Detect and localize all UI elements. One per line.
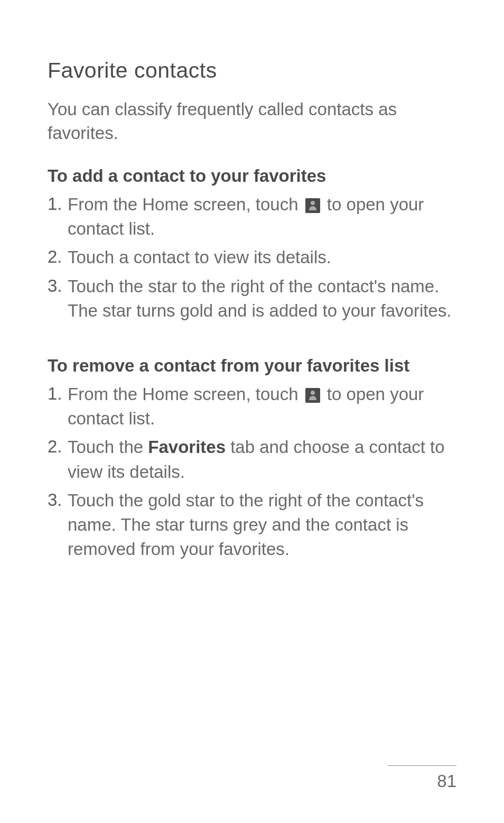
add-step-1: 1. From the Home screen, touch to open y… [48, 192, 456, 241]
step-text: Touch a contact to view its details. [68, 245, 456, 270]
step-number: 1. [48, 382, 68, 406]
add-step-2: 2. Touch a contact to view its details. [48, 245, 456, 270]
remove-favorites-heading: To remove a contact from your favorites … [48, 356, 456, 376]
step-number: 3. [48, 488, 68, 512]
step-number: 2. [48, 245, 68, 269]
page-number: 81 [437, 771, 456, 791]
remove-step-2: 2. Touch the Favorites tab and choose a … [48, 435, 456, 484]
step-text-a: Touch the [68, 437, 148, 457]
contacts-icon [305, 198, 320, 213]
intro-paragraph: You can classify frequently called conta… [48, 98, 456, 145]
step-text-a: From the Home screen, touch [68, 195, 303, 214]
main-heading: Favorite contacts [48, 58, 456, 83]
step-text: From the Home screen, touch to open your… [68, 382, 456, 431]
page-footer: 81 [388, 765, 456, 791]
add-favorites-heading: To add a contact to your favorites [48, 166, 456, 186]
add-step-3: 3. Touch the star to the right of the co… [48, 274, 456, 323]
step-text: Touch the gold star to the right of the … [68, 488, 456, 562]
footer-divider [388, 765, 456, 766]
step-number: 3. [48, 274, 68, 298]
step-number: 1. [48, 192, 68, 216]
step-text: Touch the Favorites tab and choose a con… [68, 435, 456, 484]
remove-step-1: 1. From the Home screen, touch to open y… [48, 382, 456, 431]
step-number: 2. [48, 435, 68, 459]
step-text-a: From the Home screen, touch [68, 384, 303, 404]
step-text: Touch the star to the right of the conta… [68, 274, 456, 323]
remove-step-3: 3. Touch the gold star to the right of t… [48, 488, 456, 562]
favorites-bold: Favorites [148, 437, 226, 457]
contacts-icon [305, 388, 320, 403]
step-text: From the Home screen, touch to open your… [68, 192, 456, 241]
